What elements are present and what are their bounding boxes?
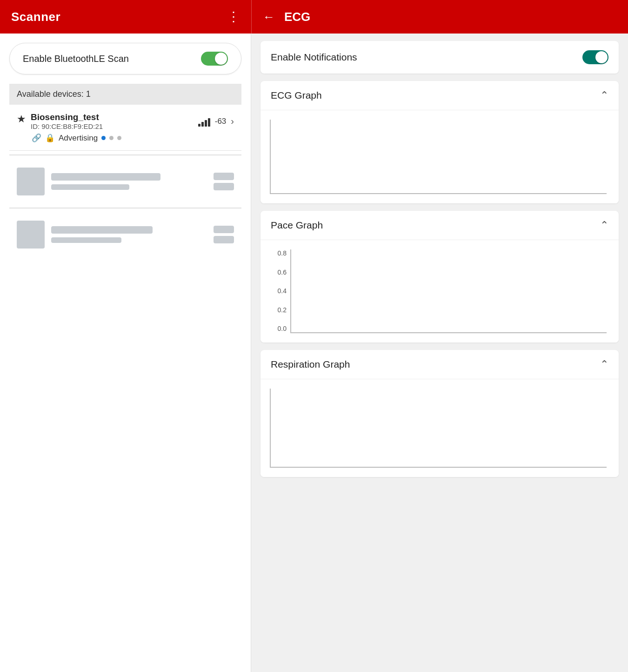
notification-label: Enable Notifications bbox=[271, 52, 357, 63]
pace-y-axis: 0.8 0.6 0.4 0.2 0.0 bbox=[270, 249, 287, 333]
skeleton-square-2 bbox=[17, 221, 45, 249]
ecg-header: ← ECG bbox=[252, 10, 628, 24]
skeleton-line-1b bbox=[51, 184, 129, 190]
respiration-graph-card: Respiration Graph ⌃ bbox=[261, 350, 619, 477]
ecg-graph-body bbox=[261, 110, 619, 203]
scanner-panel: Enable BluetoothLE Scan Available device… bbox=[0, 34, 251, 672]
advertising-dot-gray-1 bbox=[109, 136, 114, 140]
pace-graph-collapse-icon[interactable]: ⌃ bbox=[600, 219, 608, 231]
advertising-dot-gray-2 bbox=[117, 136, 121, 140]
y-label-0.4: 0.4 bbox=[278, 287, 287, 295]
respiration-graph-collapse-icon[interactable]: ⌃ bbox=[600, 358, 608, 370]
pace-graph-body: 0.8 0.6 0.4 0.2 0.0 bbox=[261, 240, 619, 343]
skeleton-lines-1 bbox=[51, 173, 207, 190]
device-right: -63 › bbox=[198, 116, 234, 127]
ecg-graph-card: ECG Graph ⌃ bbox=[261, 81, 619, 203]
skeleton-end-box-2b bbox=[214, 236, 234, 243]
respiration-graph-area bbox=[270, 389, 607, 468]
signal-bar-2 bbox=[201, 122, 204, 127]
y-label-0.6: 0.6 bbox=[278, 269, 287, 276]
back-icon[interactable]: ← bbox=[263, 10, 275, 24]
skeleton-item-2 bbox=[9, 212, 241, 257]
bluetooth-device-icon: ★ bbox=[17, 113, 26, 125]
divider-1 bbox=[9, 155, 241, 155]
ble-toggle-label: Enable BluetoothLE Scan bbox=[23, 54, 129, 64]
ecg-title: ECG bbox=[284, 10, 310, 24]
y-label-0.8: 0.8 bbox=[278, 249, 287, 257]
ble-toggle-switch[interactable] bbox=[201, 52, 228, 66]
advertising-text: Advertising bbox=[59, 134, 98, 143]
pace-graph-container: 0.8 0.6 0.4 0.2 0.0 bbox=[265, 245, 614, 338]
notification-row: Enable Notifications bbox=[261, 41, 619, 74]
scanner-title: Scanner bbox=[11, 10, 60, 24]
skeleton-item-1 bbox=[9, 159, 241, 204]
pace-graph-card: Pace Graph ⌃ 0.8 0.6 0.4 0.2 0.0 bbox=[261, 211, 619, 343]
signal-rssi: -63 bbox=[215, 117, 227, 126]
skeleton-line-1a bbox=[51, 173, 160, 181]
app-header: Scanner ⋮ ← ECG bbox=[0, 0, 628, 34]
chevron-right-icon: › bbox=[231, 116, 234, 127]
device-left: ★ Biosensing_test ID: 90:CE:B8:F9:ED:21 bbox=[17, 112, 103, 130]
scanner-header: Scanner ⋮ bbox=[0, 10, 251, 24]
signal-bar-4 bbox=[208, 118, 210, 127]
skeleton-line-2b bbox=[51, 237, 121, 243]
notification-toggle[interactable] bbox=[582, 50, 608, 64]
main-content: Enable BluetoothLE Scan Available device… bbox=[0, 34, 628, 672]
available-devices-label: Available devices: 1 bbox=[17, 89, 91, 99]
device-id: ID: 90:CE:B8:F9:ED:21 bbox=[31, 122, 103, 130]
skeleton-end-box-1b bbox=[214, 183, 234, 190]
respiration-graph-header: Respiration Graph ⌃ bbox=[261, 350, 619, 379]
signal-bars bbox=[198, 116, 210, 127]
skeleton-end-box-2a bbox=[214, 226, 234, 233]
available-devices-bar: Available devices: 1 bbox=[9, 84, 241, 105]
device-item[interactable]: ★ Biosensing_test ID: 90:CE:B8:F9:ED:21 … bbox=[9, 105, 241, 151]
pace-graph-area bbox=[290, 249, 607, 333]
y-label-0.0: 0.0 bbox=[278, 325, 287, 332]
respiration-graph-title: Respiration Graph bbox=[271, 359, 350, 370]
more-icon[interactable]: ⋮ bbox=[227, 10, 240, 23]
ecg-graph-collapse-icon[interactable]: ⌃ bbox=[600, 89, 608, 101]
link-icon: 🔗 bbox=[32, 133, 41, 143]
lock-icon: 🔒 bbox=[45, 133, 55, 143]
divider-2 bbox=[9, 208, 241, 208]
notification-toggle-knob bbox=[595, 51, 608, 63]
ecg-graph-header: ECG Graph ⌃ bbox=[261, 81, 619, 110]
skeleton-line-2a bbox=[51, 226, 153, 234]
signal-bar-1 bbox=[198, 124, 200, 127]
signal-bar-3 bbox=[205, 120, 207, 127]
skeleton-end-1 bbox=[214, 173, 234, 190]
ble-toggle-knob bbox=[215, 53, 227, 65]
pace-graph-title: Pace Graph bbox=[271, 220, 323, 231]
respiration-graph-body bbox=[261, 379, 619, 477]
device-row-bottom: 🔗 🔒 Advertising bbox=[17, 133, 234, 143]
advertising-dot-blue bbox=[101, 136, 106, 140]
device-row-top: ★ Biosensing_test ID: 90:CE:B8:F9:ED:21 … bbox=[17, 112, 234, 130]
skeleton-end-box-1a bbox=[214, 173, 234, 180]
skeleton-square-1 bbox=[17, 168, 45, 195]
device-info: Biosensing_test ID: 90:CE:B8:F9:ED:21 bbox=[31, 112, 103, 130]
ble-toggle-row: Enable BluetoothLE Scan bbox=[9, 43, 241, 74]
ecg-panel: Enable Notifications ECG Graph ⌃ Pace Gr… bbox=[251, 34, 628, 672]
device-name: Biosensing_test bbox=[31, 112, 103, 122]
skeleton-end-2 bbox=[214, 226, 234, 243]
ecg-graph-title: ECG Graph bbox=[271, 90, 322, 101]
pace-graph-header: Pace Graph ⌃ bbox=[261, 211, 619, 240]
y-label-0.2: 0.2 bbox=[278, 306, 287, 314]
ecg-graph-area bbox=[270, 120, 607, 194]
skeleton-lines-2 bbox=[51, 226, 207, 243]
